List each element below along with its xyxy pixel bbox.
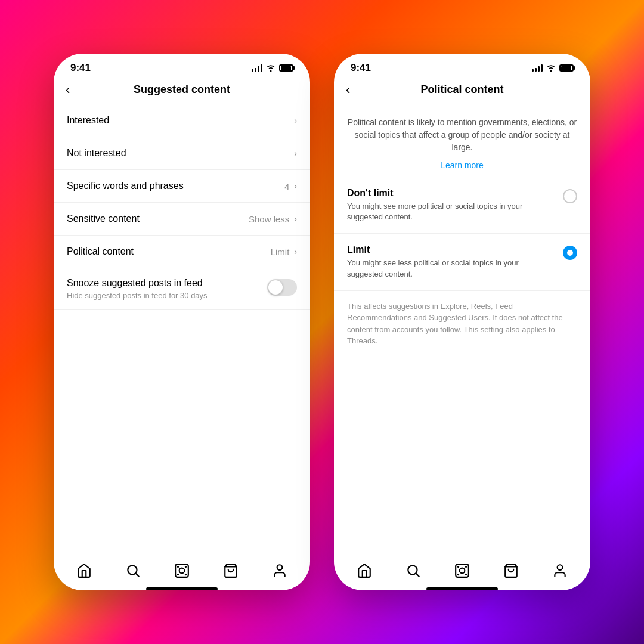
nav-profile-right[interactable] — [552, 562, 568, 579]
option-dont-limit-title: Don't limit — [347, 188, 553, 199]
screen-content-right: Political content is likely to mention g… — [334, 104, 590, 555]
svg-point-4 — [177, 566, 179, 568]
menu-label-sensitive: Sensitive content — [67, 213, 140, 224]
svg-point-10 — [408, 565, 417, 574]
back-button-left[interactable]: ‹ — [66, 82, 70, 98]
svg-point-0 — [128, 565, 137, 574]
nav-reels-left[interactable] — [174, 562, 190, 579]
chevron-interested: › — [294, 116, 297, 125]
wifi-icon-right — [546, 64, 556, 72]
nav-profile-left[interactable] — [271, 562, 288, 579]
badge-words: 4 — [284, 181, 289, 191]
svg-point-19 — [558, 565, 563, 570]
menu-item-interested[interactable]: Interested › — [54, 104, 310, 137]
nav-home-right[interactable] — [356, 562, 373, 579]
menu-item-not-interested[interactable]: Not interested › — [54, 137, 310, 170]
svg-point-3 — [179, 568, 185, 574]
nav-search-right[interactable] — [405, 562, 422, 579]
status-icons-right — [532, 64, 574, 72]
screen-content-left: Interested › Not interested › Specific w… — [54, 104, 310, 555]
menu-item-political[interactable]: Political content Limit › — [54, 236, 310, 268]
svg-line-11 — [416, 574, 419, 577]
option-limit-title: Limit — [347, 244, 553, 255]
wifi-icon-left — [266, 64, 275, 72]
menu-item-sensitive[interactable]: Sensitive content Show less › — [54, 203, 310, 236]
snooze-toggle-text: Snooze suggested posts in feed Hide sugg… — [67, 278, 260, 300]
snooze-toggle-switch[interactable] — [267, 279, 297, 296]
radio-dont-limit — [563, 189, 577, 203]
svg-point-15 — [465, 566, 467, 568]
snooze-toggle-item: Snooze suggested posts in feed Hide sugg… — [54, 268, 310, 310]
learn-more-link[interactable]: Learn more — [441, 160, 484, 170]
signal-icon-left — [252, 64, 262, 72]
info-text: This affects suggestions in Explore, Ree… — [334, 291, 590, 357]
svg-point-6 — [177, 574, 179, 575]
menu-item-words[interactable]: Specific words and phrases 4 › — [54, 170, 310, 203]
status-bar-left: 9:41 — [54, 54, 310, 79]
option-limit[interactable]: Limit You might see less political or so… — [334, 234, 590, 290]
option-limit-subtitle: You might see less political or social t… — [347, 258, 553, 279]
chevron-sensitive: › — [294, 214, 297, 224]
chevron-not-interested: › — [294, 148, 297, 158]
status-icons-left — [252, 64, 293, 72]
screen-title-left: Suggested content — [134, 83, 230, 96]
home-bar-right — [426, 587, 498, 590]
menu-label-not-interested: Not interested — [67, 148, 126, 159]
battery-icon-right — [559, 64, 574, 72]
status-time-right: 9:41 — [351, 62, 371, 74]
radio-limit — [563, 246, 577, 260]
bottom-nav-left — [54, 555, 310, 584]
svg-point-17 — [465, 574, 467, 575]
option-dont-limit-text: Don't limit You might see more political… — [347, 188, 553, 222]
svg-point-7 — [185, 574, 187, 575]
nav-shop-left[interactable] — [222, 562, 239, 579]
screen-header-left: ‹ Suggested content — [54, 79, 310, 104]
back-button-right[interactable]: ‹ — [346, 82, 350, 98]
bottom-nav-right — [334, 555, 590, 584]
menu-label-interested: Interested — [67, 115, 109, 126]
menu-right-sensitive: Show less › — [249, 214, 297, 224]
nav-search-left[interactable] — [125, 562, 141, 579]
status-bar-right: 9:41 — [334, 54, 590, 79]
battery-icon-left — [279, 64, 293, 72]
snooze-label: Snooze suggested posts in feed — [67, 278, 260, 289]
badge-political: Limit — [271, 247, 290, 257]
signal-icon-right — [532, 64, 543, 72]
menu-right-political: Limit › — [271, 247, 297, 257]
badge-sensitive: Show less — [249, 214, 289, 224]
chevron-political: › — [294, 247, 297, 256]
description-text: Political content is likely to mention g… — [347, 116, 577, 154]
menu-right-not-interested: › — [294, 148, 297, 158]
chevron-words: › — [294, 181, 297, 191]
description-box: Political content is likely to mention g… — [334, 104, 590, 177]
svg-point-16 — [457, 574, 459, 575]
menu-label-words: Specific words and phrases — [67, 181, 184, 191]
svg-line-1 — [136, 574, 139, 577]
menu-label-political: Political content — [67, 246, 134, 257]
phone-right: 9:41 ‹ Political content Politic — [334, 54, 590, 590]
option-limit-text: Limit You might see less political or so… — [347, 244, 553, 279]
option-dont-limit[interactable]: Don't limit You might see more political… — [334, 177, 590, 234]
nav-shop-right[interactable] — [503, 562, 519, 579]
nav-home-left[interactable] — [76, 562, 92, 579]
snooze-sublabel: Hide suggested posts in feed for 30 days — [67, 291, 260, 300]
nav-reels-right[interactable] — [454, 562, 470, 579]
screen-header-right: ‹ Political content — [334, 79, 590, 104]
menu-right-words: 4 › — [284, 181, 297, 191]
toggle-knob — [268, 280, 283, 295]
svg-point-13 — [460, 568, 465, 574]
phone-left: 9:41 ‹ Suggested content Interes — [54, 54, 310, 590]
status-time-left: 9:41 — [70, 62, 91, 74]
phones-container: 9:41 ‹ Suggested content Interes — [54, 54, 590, 590]
option-dont-limit-subtitle: You might see more political or social t… — [347, 201, 553, 222]
screen-title-right: Political content — [420, 83, 503, 96]
menu-right-interested: › — [294, 116, 297, 125]
svg-point-9 — [277, 565, 283, 570]
home-bar-left — [146, 587, 218, 590]
svg-point-5 — [185, 566, 187, 568]
svg-point-14 — [457, 566, 459, 568]
